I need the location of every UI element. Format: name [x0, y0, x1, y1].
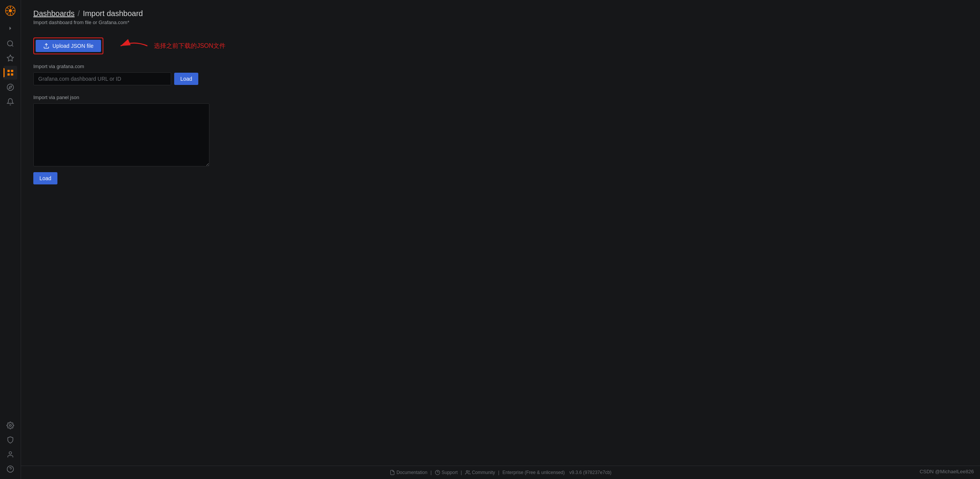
- breadcrumb-separator: /: [78, 9, 80, 18]
- footer-separator-3: |: [498, 470, 499, 475]
- page-body: Upload JSON file 选择之前下载的JSON文件: [21, 31, 980, 466]
- footer: Documentation | Support | Commu: [21, 466, 980, 479]
- sidebar-bottom: [3, 419, 17, 476]
- load-json-button[interactable]: Load: [33, 172, 57, 184]
- page-title: Import dashboard: [83, 9, 143, 18]
- upload-icon: [43, 43, 49, 49]
- sidebar: [0, 0, 21, 479]
- json-textarea[interactable]: [33, 103, 209, 166]
- import-json-section: Import via panel json Load: [33, 94, 968, 184]
- upload-button-wrapper: Upload JSON file: [33, 37, 103, 54]
- sidebar-item-starred[interactable]: [3, 51, 17, 65]
- svg-point-1: [9, 9, 12, 12]
- svg-rect-13: [8, 70, 10, 72]
- sidebar-item-dashboards[interactable]: [3, 66, 17, 80]
- svg-line-11: [12, 45, 13, 47]
- upload-section: Upload JSON file 选择之前下载的JSON文件: [33, 37, 968, 54]
- annotation-arrow: 选择之前下载的JSON文件: [119, 38, 225, 54]
- svg-rect-16: [11, 73, 13, 76]
- breadcrumb-dashboards-link[interactable]: Dashboards: [33, 9, 75, 18]
- sidebar-item-help[interactable]: [3, 462, 17, 476]
- sidebar-item-explore[interactable]: [3, 80, 17, 94]
- main-content: Dashboards / Import dashboard Import das…: [21, 0, 980, 479]
- sidebar-toggle-button[interactable]: [3, 21, 17, 35]
- import-grafana-section: Import via grafana.com Load: [33, 64, 968, 85]
- svg-marker-18: [9, 86, 11, 88]
- import-json-label: Import via panel json: [33, 94, 968, 100]
- support-icon: [435, 470, 440, 475]
- svg-point-17: [7, 84, 14, 91]
- svg-rect-14: [11, 70, 13, 72]
- svg-point-27: [466, 471, 468, 472]
- svg-marker-12: [7, 55, 14, 61]
- page-header: Dashboards / Import dashboard Import das…: [21, 0, 980, 31]
- footer-separator-2: |: [461, 470, 462, 475]
- sidebar-item-alerting[interactable]: [3, 95, 17, 109]
- import-grafana-row: Load: [33, 72, 968, 85]
- sidebar-nav: [0, 37, 21, 109]
- grafana-url-input[interactable]: [33, 72, 171, 85]
- sidebar-item-shield[interactable]: [3, 433, 17, 447]
- svg-point-19: [10, 425, 11, 427]
- community-icon: [465, 470, 470, 475]
- footer-documentation-link[interactable]: Documentation: [390, 470, 428, 475]
- footer-separator-1: |: [430, 470, 431, 475]
- svg-point-10: [8, 41, 13, 46]
- arrow-svg: [119, 38, 149, 54]
- page-subtitle: Import dashboard from file or Grafana.co…: [33, 20, 968, 25]
- annotation-text: 选择之前下载的JSON文件: [154, 42, 225, 50]
- sidebar-item-settings[interactable]: [3, 419, 17, 432]
- footer-enterprise-label: Enterprise (Free & unlicensed): [502, 470, 565, 475]
- footer-version: v9.3.6 (978237e7cb): [569, 470, 611, 475]
- upload-json-button[interactable]: Upload JSON file: [36, 40, 101, 52]
- footer-support-link[interactable]: Support: [435, 470, 458, 475]
- sidebar-item-search[interactable]: [3, 37, 17, 51]
- load-grafana-button[interactable]: Load: [174, 73, 198, 85]
- svg-rect-15: [8, 73, 10, 76]
- grafana-logo[interactable]: [3, 3, 18, 18]
- breadcrumb: Dashboards / Import dashboard: [33, 9, 968, 18]
- import-grafana-label: Import via grafana.com: [33, 64, 968, 69]
- footer-community-link[interactable]: Community: [465, 470, 495, 475]
- sidebar-item-profile[interactable]: [3, 448, 17, 461]
- svg-point-20: [9, 452, 12, 455]
- watermark: CSDN @MichaelLee826: [920, 469, 974, 474]
- document-icon: [390, 470, 395, 475]
